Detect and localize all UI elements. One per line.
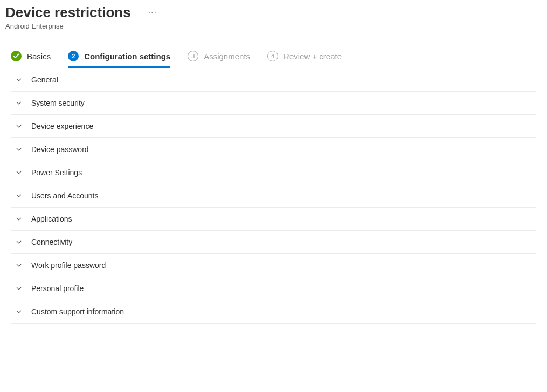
accordion-label: Power Settings [31, 168, 82, 177]
accordion-label: General [31, 75, 58, 84]
chevron-down-icon [15, 308, 23, 315]
accordion-item-applications: Applications [11, 208, 536, 231]
accordion-item-device-experience: Device experience [11, 115, 536, 138]
accordion-label: Custom support information [31, 307, 124, 316]
accordion-label: Device password [31, 145, 89, 154]
tab-label: Basics [27, 52, 51, 61]
accordion-label: System security [31, 99, 85, 107]
chevron-down-icon [15, 285, 23, 292]
accordion-toggle[interactable]: General [11, 68, 536, 91]
step-number-icon: 4 [267, 51, 278, 61]
accordion-toggle[interactable]: Personal profile [11, 277, 536, 300]
accordion-item-power-settings: Power Settings [11, 161, 536, 184]
accordion-label: Connectivity [31, 238, 72, 246]
chevron-down-icon [15, 76, 23, 84]
title-row: Device restrictions ··· [5, 4, 542, 21]
tab-review-create[interactable]: 4 Review + create [267, 45, 342, 68]
accordion-toggle[interactable]: System security [11, 92, 536, 114]
tab-label: Review + create [283, 52, 342, 61]
accordion-item-device-password: Device password [11, 138, 536, 161]
accordion-item-users-accounts: Users and Accounts [11, 184, 536, 208]
accordion-item-connectivity: Connectivity [11, 231, 536, 254]
step-number-icon: 2 [68, 51, 79, 61]
accordion-label: Users and Accounts [31, 191, 99, 200]
settings-accordion: General System security Device experienc… [11, 68, 536, 324]
accordion-toggle[interactable]: Users and Accounts [11, 184, 536, 207]
chevron-down-icon [15, 215, 23, 223]
wizard-tabs: Basics 2 Configuration settings 3 Assign… [5, 45, 542, 68]
accordion-toggle[interactable]: Connectivity [11, 231, 536, 253]
accordion-item-work-profile-password: Work profile password [11, 254, 536, 277]
step-number-icon: 3 [188, 51, 198, 61]
tab-assignments[interactable]: 3 Assignments [188, 45, 250, 68]
tab-basics[interactable]: Basics [11, 45, 51, 68]
chevron-down-icon [15, 122, 23, 130]
chevron-down-icon [15, 262, 23, 269]
accordion-label: Personal profile [31, 284, 84, 293]
page-title: Device restrictions [5, 4, 131, 21]
page-subtitle: Android Enterprise [5, 22, 542, 30]
accordion-toggle[interactable]: Power Settings [11, 161, 536, 184]
accordion-toggle[interactable]: Device experience [11, 115, 536, 137]
accordion-label: Device experience [31, 122, 93, 130]
accordion-label: Work profile password [31, 261, 106, 270]
tab-label: Assignments [204, 52, 250, 61]
chevron-down-icon [15, 169, 23, 176]
chevron-down-icon [15, 238, 23, 246]
accordion-toggle[interactable]: Device password [11, 138, 536, 161]
accordion-toggle[interactable]: Applications [11, 208, 536, 230]
more-actions-button[interactable]: ··· [146, 7, 159, 19]
page-header: Device restrictions ··· Android Enterpri… [5, 4, 542, 30]
check-circle-icon [11, 51, 22, 61]
accordion-toggle[interactable]: Custom support information [11, 300, 536, 323]
accordion-item-system-security: System security [11, 92, 536, 115]
accordion-item-personal-profile: Personal profile [11, 277, 536, 300]
accordion-toggle[interactable]: Work profile password [11, 254, 536, 277]
accordion-label: Applications [31, 215, 72, 223]
accordion-item-custom-support-information: Custom support information [11, 300, 536, 324]
chevron-down-icon [15, 99, 23, 107]
accordion-item-general: General [11, 68, 536, 92]
chevron-down-icon [15, 192, 23, 200]
tab-configuration-settings[interactable]: 2 Configuration settings [68, 45, 170, 68]
chevron-down-icon [15, 146, 23, 153]
tab-label: Configuration settings [84, 52, 170, 61]
